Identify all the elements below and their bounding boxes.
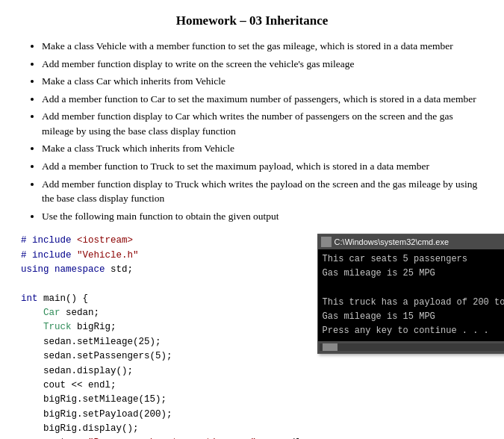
cmd-title-left: C:\Windows\system32\cmd.exe bbox=[321, 237, 449, 247]
list-item: Add member function display to Truck whi… bbox=[42, 177, 483, 206]
bottom-section: # include <iostream> # include "Vehicle.… bbox=[21, 234, 483, 439]
cmd-scrollbar-area: This car seats 5 passengers Gas mileage … bbox=[318, 249, 504, 341]
cmd-line: Press any key to continue . . . bbox=[323, 324, 504, 338]
list-item: Use the following main function to obtai… bbox=[42, 209, 483, 224]
cmd-line: Gas mileage is 15 MPG bbox=[323, 310, 504, 324]
list-item: Add member function display to write on … bbox=[42, 57, 483, 72]
requirements-list: Make a class Vehicle with a member funct… bbox=[42, 39, 483, 223]
page-title: Homework – 03 Inheritance bbox=[21, 13, 483, 28]
list-item: Add a member function to Truck to set th… bbox=[42, 159, 483, 174]
cmd-hscroll[interactable] bbox=[320, 343, 504, 351]
cmd-hscroll-thumb[interactable] bbox=[323, 343, 337, 351]
cmd-title-text: C:\Windows\system32\cmd.exe bbox=[335, 237, 449, 246]
cmd-titlebar: C:\Windows\system32\cmd.exe ─ □ ✕ bbox=[318, 234, 504, 249]
cmd-line bbox=[323, 281, 504, 296]
cmd-icon bbox=[321, 237, 332, 247]
cmd-line: This truck has a payload of 200 tons bbox=[323, 296, 504, 310]
list-item: Make a class Vehicle with a member funct… bbox=[42, 39, 483, 54]
cmd-body: This car seats 5 passengers Gas mileage … bbox=[318, 249, 504, 341]
cmd-window: C:\Windows\system32\cmd.exe ─ □ ✕ This c… bbox=[317, 234, 504, 354]
list-item: Make a class Truck which inherits from V… bbox=[42, 141, 483, 156]
code-block: # include <iostream> # include "Vehicle.… bbox=[21, 234, 307, 439]
cmd-line: This car seats 5 passengers bbox=[323, 252, 504, 267]
cmd-bottom-bar bbox=[318, 341, 504, 353]
list-item: Add a member function to Car to set the … bbox=[42, 92, 483, 107]
list-item: Add member function display to Car which… bbox=[42, 109, 483, 138]
list-item: Make a class Car which inherits from Veh… bbox=[42, 74, 483, 89]
cmd-line: Gas mileage is 25 MPG bbox=[323, 267, 504, 281]
